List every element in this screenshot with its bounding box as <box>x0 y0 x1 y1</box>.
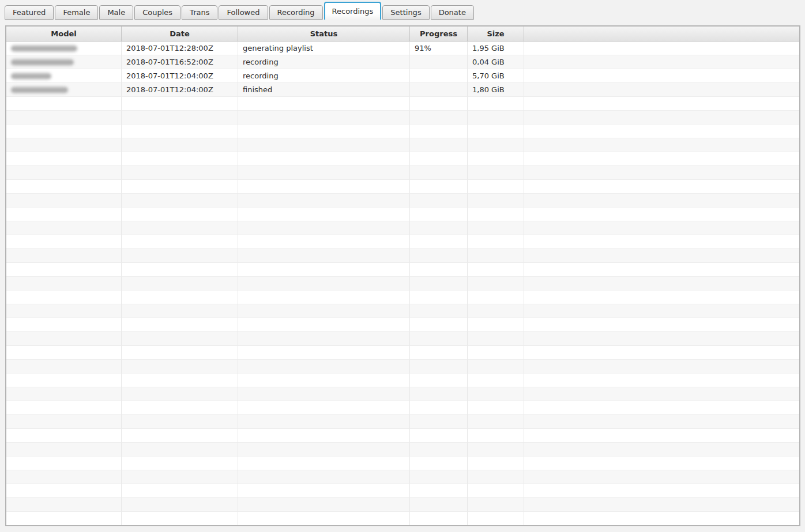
redacted-model-name <box>11 86 68 93</box>
column-header-progress[interactable]: Progress <box>410 27 468 41</box>
cell-status: recording <box>238 69 410 83</box>
cell-extra <box>524 484 799 498</box>
cell-date <box>122 304 238 318</box>
table-row-empty <box>6 318 799 332</box>
cell-extra <box>524 263 799 277</box>
cell-size <box>468 152 524 166</box>
cell-progress <box>410 194 468 207</box>
column-header-size[interactable]: Size <box>468 27 524 41</box>
table-row-empty <box>6 207 799 221</box>
tab-trans[interactable]: Trans <box>182 5 217 20</box>
cell-progress <box>410 277 468 290</box>
column-header-extra[interactable] <box>524 27 799 41</box>
cell-progress <box>410 55 468 69</box>
cell-size <box>468 111 524 124</box>
table-row-empty <box>6 138 799 152</box>
cell-size <box>468 180 524 194</box>
cell-status <box>238 138 410 152</box>
tab-female[interactable]: Female <box>55 5 98 20</box>
cell-status <box>238 111 410 124</box>
cell-progress <box>410 166 468 180</box>
table-row[interactable]: 2018-07-01T12:04:00Zfinished1,80 GiB <box>6 83 799 97</box>
cell-date <box>122 387 238 401</box>
cell-model <box>6 290 122 304</box>
cell-size <box>468 235 524 249</box>
cell-progress <box>410 207 468 221</box>
table-row-empty <box>6 332 799 346</box>
cell-date <box>122 429 238 443</box>
cell-extra <box>524 249 799 263</box>
cell-extra <box>524 290 799 304</box>
column-header-status[interactable]: Status <box>238 27 410 41</box>
cell-progress <box>410 111 468 124</box>
cell-model <box>6 263 122 277</box>
cell-status <box>238 401 410 415</box>
tab-recording[interactable]: Recording <box>269 5 323 20</box>
cell-status <box>238 221 410 235</box>
cell-size <box>468 249 524 263</box>
table-row-empty <box>6 415 799 429</box>
cell-status <box>238 304 410 318</box>
cell-model <box>6 498 122 512</box>
column-header-model[interactable]: Model <box>6 27 122 41</box>
cell-size <box>468 373 524 387</box>
cell-extra <box>524 456 799 470</box>
cell-extra <box>524 429 799 443</box>
cell-extra <box>524 69 799 83</box>
tab-followed[interactable]: Followed <box>219 5 268 20</box>
table-row-empty <box>6 124 799 138</box>
cell-size <box>468 456 524 470</box>
cell-model <box>6 111 122 124</box>
cell-progress <box>410 249 468 263</box>
cell-model <box>6 69 122 83</box>
cell-extra <box>524 235 799 249</box>
cell-size <box>468 415 524 429</box>
cell-progress <box>410 512 468 525</box>
cell-model <box>6 55 122 69</box>
tab-recordings[interactable]: Recordings <box>324 2 382 20</box>
tab-featured[interactable]: Featured <box>5 5 54 20</box>
table-row-empty <box>6 166 799 180</box>
cell-model <box>6 484 122 498</box>
cell-progress <box>410 97 468 111</box>
cell-model <box>6 166 122 180</box>
table-row-empty <box>6 235 799 249</box>
cell-model <box>6 249 122 263</box>
cell-status <box>238 373 410 387</box>
table-row-empty <box>6 277 799 290</box>
cell-extra <box>524 346 799 360</box>
column-header-date[interactable]: Date <box>122 27 238 41</box>
cell-date <box>122 456 238 470</box>
tab-donate[interactable]: Donate <box>431 5 474 20</box>
cell-model <box>6 443 122 456</box>
cell-model <box>6 429 122 443</box>
table-row[interactable]: 2018-07-01T16:52:00Zrecording0,04 GiB <box>6 55 799 69</box>
cell-progress <box>410 346 468 360</box>
cell-size: 0,04 GiB <box>468 55 524 69</box>
cell-date <box>122 332 238 346</box>
cell-size <box>468 277 524 290</box>
table-row-empty <box>6 221 799 235</box>
cell-date <box>122 180 238 194</box>
redacted-model-name <box>11 45 77 52</box>
cell-date <box>122 152 238 166</box>
cell-extra <box>524 180 799 194</box>
table-row-empty <box>6 194 799 207</box>
table-row-empty <box>6 111 799 124</box>
cell-date <box>122 360 238 373</box>
table-row[interactable]: 2018-07-01T12:28:00Zgenerating playlist9… <box>6 41 799 55</box>
cell-extra <box>524 512 799 525</box>
cell-status <box>238 387 410 401</box>
tab-couples[interactable]: Couples <box>134 5 180 20</box>
tab-male[interactable]: Male <box>99 5 133 20</box>
tab-settings[interactable]: Settings <box>382 5 429 20</box>
cell-date <box>122 263 238 277</box>
cell-date: 2018-07-01T12:28:00Z <box>122 41 238 55</box>
cell-size <box>468 263 524 277</box>
table-header: ModelDateStatusProgressSize <box>6 27 799 41</box>
cell-progress <box>410 263 468 277</box>
table-row[interactable]: 2018-07-01T12:04:00Zrecording5,70 GiB <box>6 69 799 83</box>
cell-progress <box>410 138 468 152</box>
cell-date <box>122 111 238 124</box>
cell-date <box>122 207 238 221</box>
